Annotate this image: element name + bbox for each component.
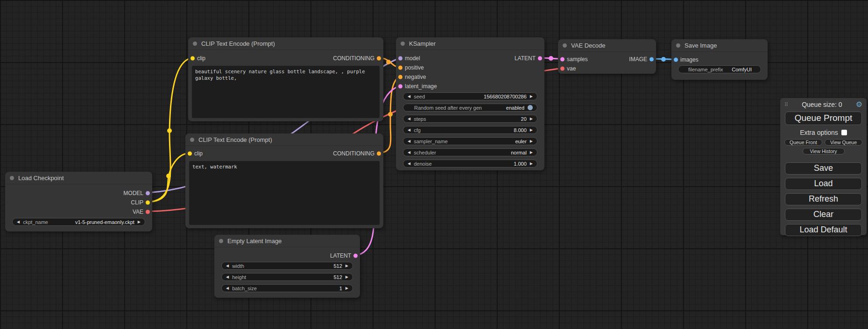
decrement-arrow-icon[interactable]: ◀ <box>408 128 410 132</box>
increment-arrow-icon[interactable]: ▶ <box>530 151 533 154</box>
prompt-text-input[interactable]: beautiful scenery nature glass bottle la… <box>192 66 380 118</box>
node-load-checkpoint[interactable]: Load Checkpoint MODEL CLIP VAE ◀ ckpt_na… <box>5 172 152 231</box>
decrement-arrow-icon[interactable]: ◀ <box>226 264 229 268</box>
widget-label: scheduler <box>414 150 436 155</box>
input-slot-negative[interactable] <box>398 75 402 79</box>
input-slot-clip[interactable] <box>191 56 195 61</box>
input-slot-images[interactable] <box>674 58 678 62</box>
increment-arrow-icon[interactable]: ▶ <box>138 220 141 224</box>
increment-arrow-icon[interactable]: ▶ <box>530 162 533 166</box>
output-slot-image[interactable] <box>649 57 654 62</box>
node-clip-text-encode-positive[interactable]: CLIP Text Encode (Prompt) clip CONDITION… <box>188 37 383 121</box>
scheduler-widget[interactable]: ◀ scheduler normal ▶ <box>403 148 537 156</box>
increment-arrow-icon[interactable]: ▶ <box>346 275 348 279</box>
decrement-arrow-icon[interactable]: ◀ <box>408 117 410 121</box>
steps-widget[interactable]: ◀ steps 20 ▶ <box>403 115 537 123</box>
node-title: Save Image <box>685 42 717 49</box>
collapse-dot-icon[interactable] <box>10 176 14 180</box>
increment-arrow-icon[interactable]: ▶ <box>530 117 533 121</box>
view-history-button[interactable]: View History <box>803 148 845 154</box>
queue-prompt-button[interactable]: Queue Prompt <box>785 112 862 125</box>
decrement-arrow-icon[interactable]: ◀ <box>17 220 20 224</box>
drag-handle-icon[interactable]: ⠿ <box>784 102 788 108</box>
slot-row: model LATENT <box>396 54 544 63</box>
toggle-enabled-icon[interactable] <box>528 105 533 110</box>
output-slot-clip[interactable] <box>146 201 150 205</box>
decrement-arrow-icon[interactable]: ◀ <box>408 151 410 154</box>
queue-front-button[interactable]: Queue Front <box>784 139 822 146</box>
node-title-bar[interactable]: VAE Decode <box>558 39 656 52</box>
link-midpoint-dot <box>166 174 171 178</box>
node-title-bar[interactable]: Load Checkpoint <box>5 172 152 184</box>
node-save-image[interactable]: Save Image images filename_prefix ComfyU… <box>671 39 768 80</box>
decrement-arrow-icon[interactable]: ◀ <box>408 95 410 98</box>
decrement-arrow-icon[interactable]: ◀ <box>226 287 229 290</box>
collapse-dot-icon[interactable] <box>401 42 405 46</box>
input-label-images: images <box>680 56 699 63</box>
link-midpoint-dot <box>167 128 172 133</box>
extra-options-checkbox[interactable] <box>841 130 847 135</box>
seed-widget[interactable]: ◀ seed 156680208700286 ▶ <box>403 92 537 100</box>
output-slot-latent[interactable] <box>353 254 358 258</box>
load-button[interactable]: Load <box>785 178 862 190</box>
node-title-bar[interactable]: Save Image <box>671 39 768 52</box>
node-title-bar[interactable]: Empty Latent Image <box>214 235 360 247</box>
input-slot-latent-image[interactable] <box>398 84 402 89</box>
sampler-name-widget[interactable]: ◀ sampler_name euler ▶ <box>403 137 537 145</box>
output-row: LATENT <box>214 251 360 260</box>
node-title-bar[interactable]: CLIP Text Encode (Prompt) <box>188 37 383 50</box>
widget-label: denoise <box>414 161 432 167</box>
decrement-arrow-icon[interactable]: ◀ <box>226 275 229 279</box>
node-clip-text-encode-negative[interactable]: CLIP Text Encode (Prompt) clip CONDITION… <box>185 133 383 228</box>
node-title-bar[interactable]: KSampler <box>396 37 544 50</box>
collapse-dot-icon[interactable] <box>563 43 567 48</box>
increment-arrow-icon[interactable]: ▶ <box>530 95 533 98</box>
settings-gear-icon[interactable]: ⚙ <box>856 101 862 108</box>
input-slot-samples[interactable] <box>560 57 565 62</box>
output-slot-conditioning[interactable] <box>377 56 381 61</box>
collapse-dot-icon[interactable] <box>190 138 194 142</box>
node-title-bar[interactable]: CLIP Text Encode (Prompt) <box>185 133 383 146</box>
denoise-widget[interactable]: ◀ denoise 1.000 ▶ <box>403 160 537 168</box>
prompt-text-input[interactable]: text, watermark <box>189 161 380 225</box>
cfg-widget[interactable]: ◀ cfg 8.000 ▶ <box>403 126 537 134</box>
random-seed-toggle-widget[interactable]: Random seed after every gen enabled <box>403 104 537 112</box>
node-empty-latent-image[interactable]: Empty Latent Image LATENT ◀ width 512 ▶ … <box>214 235 360 298</box>
output-slot-latent[interactable] <box>538 56 542 61</box>
width-widget[interactable]: ◀ width 512 ▶ <box>221 262 353 270</box>
batch-size-widget[interactable]: ◀ batch_size 1 ▶ <box>221 284 353 292</box>
increment-arrow-icon[interactable]: ▶ <box>346 287 348 290</box>
widget-label: batch_size <box>232 286 257 291</box>
decrement-arrow-icon[interactable]: ◀ <box>408 140 410 143</box>
widget-label: height <box>232 274 246 280</box>
increment-arrow-icon[interactable]: ▶ <box>530 128 533 132</box>
input-label-model: model <box>405 55 420 62</box>
node-vae-decode[interactable]: VAE Decode samples IMAGE vae <box>558 39 656 74</box>
filename-prefix-widget[interactable]: filename_prefix ComfyUI <box>678 65 761 73</box>
output-slot-conditioning[interactable] <box>377 152 381 156</box>
output-slot-vae[interactable] <box>146 210 150 214</box>
height-widget[interactable]: ◀ height 512 ▶ <box>221 273 353 281</box>
increment-arrow-icon[interactable]: ▶ <box>346 264 348 268</box>
output-slot-model[interactable] <box>146 191 150 196</box>
save-button[interactable]: Save <box>785 162 862 175</box>
decrement-arrow-icon[interactable]: ◀ <box>408 162 410 166</box>
ckpt-name-widget[interactable]: ◀ ckpt_name v1-5-pruned-emaonly.ckpt ▶ <box>12 218 145 226</box>
refresh-button[interactable]: Refresh <box>785 193 862 205</box>
clear-button[interactable]: Clear <box>785 209 862 221</box>
collapse-dot-icon[interactable] <box>193 42 197 46</box>
collapse-dot-icon[interactable] <box>219 239 223 243</box>
load-default-button[interactable]: Load Default <box>785 224 862 236</box>
widget-label: filename_prefix <box>688 67 723 72</box>
link-midpoint-dot <box>661 57 666 62</box>
node-ksampler[interactable]: KSampler model LATENT positive negative … <box>396 37 544 170</box>
node-graph-canvas[interactable]: Load Checkpoint MODEL CLIP VAE ◀ ckpt_na… <box>0 0 868 329</box>
input-slot-model[interactable] <box>398 56 402 61</box>
input-slot-positive[interactable] <box>398 66 402 70</box>
input-slot-vae[interactable] <box>560 67 565 71</box>
widget-label: width <box>232 263 244 269</box>
collapse-dot-icon[interactable] <box>676 43 680 48</box>
view-queue-button[interactable]: View Queue <box>825 139 862 146</box>
increment-arrow-icon[interactable]: ▶ <box>530 140 533 143</box>
input-slot-clip[interactable] <box>188 152 192 156</box>
